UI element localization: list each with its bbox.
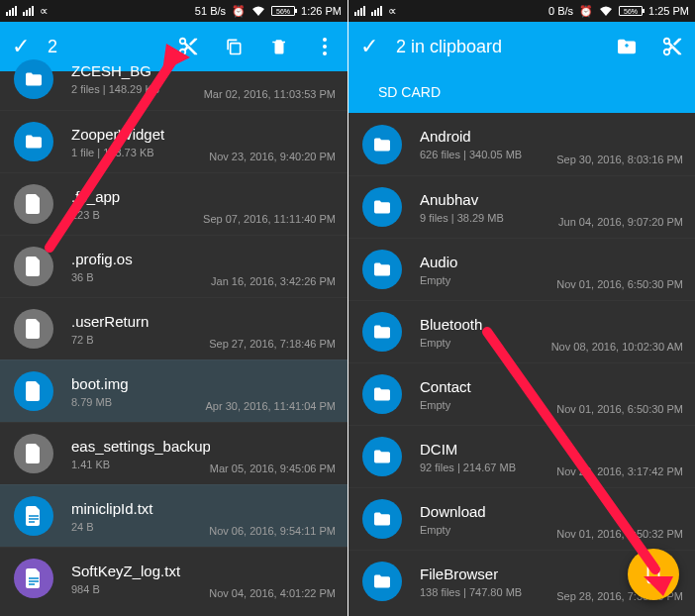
folder-name: FileBrowser xyxy=(420,565,556,582)
folder-item[interactable]: DCIM92 files | 214.67 MBNov 23, 2016, 3:… xyxy=(348,425,695,487)
folder-item[interactable]: ContactEmptyNov 01, 2016, 6:50:30 PM xyxy=(348,362,695,425)
folder-icon xyxy=(362,499,402,539)
file-date: Nov 23, 2016, 9:40:20 PM xyxy=(209,151,336,162)
left-screenshot: ∝ 51 B/s ⏰ 56% 1:26 PM ✓ 2 xyxy=(0,0,348,616)
file-name: .fc_app xyxy=(71,188,203,205)
folder-date: Nov 08, 2016, 10:02:30 AM xyxy=(551,341,683,353)
folder-subtext: Empty xyxy=(420,274,556,286)
folder-subtext: Empty xyxy=(420,337,551,349)
clock: 1:26 PM xyxy=(301,5,342,17)
file-name: boot.img xyxy=(71,375,206,392)
paste-fab[interactable] xyxy=(628,549,679,600)
file-date: Mar 05, 2016, 9:45:06 PM xyxy=(210,462,336,474)
file-name: ZooperWidget xyxy=(71,126,209,143)
file-item[interactable]: eas_settings_backup1.41 KBMar 05, 2016, … xyxy=(0,422,348,484)
folder-date: Nov 23, 2016, 3:17:42 PM xyxy=(556,465,683,477)
clock: 1:25 PM xyxy=(648,5,689,17)
file-item[interactable]: miniclipId.txt24 BNov 06, 2016, 9:54:11 … xyxy=(0,484,348,547)
file-item[interactable]: SoftKeyZ_log.txt984 BNov 04, 2016, 4:01:… xyxy=(0,547,348,609)
folder-name: Anubhav xyxy=(420,191,558,208)
new-folder-icon[interactable] xyxy=(616,36,638,57)
breadcrumb-label: SD CARD xyxy=(378,84,441,100)
file-icon xyxy=(14,434,53,473)
file-subtext: 1 file | 123.73 KB xyxy=(71,147,209,158)
battery-icon: 56% xyxy=(619,6,643,16)
folder-date: Jun 04, 2016, 9:07:20 PM xyxy=(558,216,683,228)
folder-date: Nov 01, 2016, 6:50:30 PM xyxy=(556,278,683,290)
svg-rect-0 xyxy=(231,44,241,54)
folder-date: Nov 01, 2016, 6:50:32 PM xyxy=(556,528,683,540)
clipboard-icon xyxy=(643,563,664,586)
folder-date: Nov 01, 2016, 6:50:30 PM xyxy=(556,403,683,415)
folder-item[interactable]: Android626 files | 340.05 MBSep 30, 2016… xyxy=(348,113,695,175)
file-subtext: 72 B xyxy=(71,334,209,346)
folder-subtext: Empty xyxy=(420,399,556,411)
file-icon xyxy=(14,184,53,224)
file-icon xyxy=(14,247,53,286)
signal-icon xyxy=(371,6,382,16)
folder-name: Bluetooth xyxy=(420,316,551,333)
folder-name: DCIM xyxy=(420,441,556,458)
file-item[interactable]: ZooperWidget1 file | 123.73 KBNov 23, 20… xyxy=(0,110,348,172)
signal-icon xyxy=(23,6,34,16)
file-icon xyxy=(14,559,53,598)
file-name: .profig.os xyxy=(71,251,211,267)
net-speed: 0 B/s xyxy=(548,5,573,17)
signal-icon xyxy=(354,6,365,16)
battery-icon: 56% xyxy=(271,6,295,16)
folder-date: Sep 30, 2016, 8:03:16 PM xyxy=(556,154,683,165)
done-icon[interactable]: ✓ xyxy=(12,34,30,59)
folder-item[interactable]: Anubhav9 files | 38.29 MBJun 04, 2016, 9… xyxy=(348,175,695,238)
file-item[interactable]: ZCESH_BG2 files | 148.29 KBMar 02, 2016,… xyxy=(0,59,348,110)
more-icon[interactable] xyxy=(314,36,336,57)
selection-count: 2 xyxy=(48,37,57,57)
folder-list[interactable]: Android626 files | 340.05 MBSep 30, 2016… xyxy=(348,113,695,616)
folder-icon xyxy=(362,250,402,289)
breadcrumb-tab[interactable]: SD CARD xyxy=(348,71,695,113)
cut-icon[interactable] xyxy=(177,36,199,57)
folder-name: Download xyxy=(420,503,556,520)
folder-subtext: Empty xyxy=(420,524,556,536)
folder-icon xyxy=(362,125,402,164)
file-date: Sep 07, 2016, 11:11:40 PM xyxy=(203,213,336,225)
folder-item[interactable]: AudioEmptyNov 01, 2016, 6:50:30 PM xyxy=(348,238,695,300)
done-icon[interactable]: ✓ xyxy=(360,34,378,59)
file-name: SoftKeyZ_log.txt xyxy=(71,563,209,579)
file-date: Nov 06, 2016, 9:54:11 PM xyxy=(209,525,336,537)
folder-item[interactable]: BluetoothEmptyNov 08, 2016, 10:02:30 AM xyxy=(348,300,695,362)
fish-icon: ∝ xyxy=(388,4,397,18)
file-icon xyxy=(14,371,53,411)
alarm-icon: ⏰ xyxy=(579,5,593,18)
file-subtext: 8.79 MB xyxy=(71,396,206,408)
copy-icon[interactable] xyxy=(223,36,245,57)
folder-subtext: 138 files | 747.80 MB xyxy=(420,586,556,598)
file-item[interactable]: .fc_app223 BSep 07, 2016, 11:11:40 PM xyxy=(0,172,348,235)
file-item[interactable]: boot.img8.79 MBApr 30, 2016, 11:41:04 PM xyxy=(0,359,348,422)
svg-point-3 xyxy=(323,51,327,55)
file-item[interactable]: .profig.os36 BJan 16, 2016, 3:42:26 PM xyxy=(0,235,348,297)
signal-icon xyxy=(6,6,17,16)
folder-icon xyxy=(362,562,402,601)
file-subtext: 984 B xyxy=(71,583,209,595)
delete-icon[interactable] xyxy=(268,36,290,57)
net-speed: 51 B/s xyxy=(195,5,226,17)
cut-icon[interactable] xyxy=(661,36,683,57)
folder-subtext: 9 files | 38.29 MB xyxy=(420,212,558,224)
alarm-icon: ⏰ xyxy=(232,5,246,18)
folder-icon xyxy=(362,437,402,476)
status-bar: ∝ 51 B/s ⏰ 56% 1:26 PM xyxy=(0,0,348,22)
file-date: Jan 16, 2016, 3:42:26 PM xyxy=(211,275,336,287)
folder-icon xyxy=(14,59,53,99)
folder-icon xyxy=(362,187,402,227)
folder-subtext: 92 files | 214.67 MB xyxy=(420,462,556,473)
wifi-icon xyxy=(599,6,613,16)
file-date: Apr 30, 2016, 11:41:04 PM xyxy=(206,400,336,412)
right-screenshot: ∝ 0 B/s ⏰ 56% 1:25 PM ✓ 2 in clipboard S… xyxy=(348,0,695,616)
file-item[interactable]: .userReturn72 BSep 27, 2016, 7:18:46 PM xyxy=(0,297,348,359)
file-list[interactable]: ZCESH_BG2 files | 148.29 KBMar 02, 2016,… xyxy=(0,59,348,616)
folder-item[interactable]: DownloadEmptyNov 01, 2016, 6:50:32 PM xyxy=(348,487,695,550)
file-name: ZCESH_BG xyxy=(71,62,204,79)
file-name: miniclipId.txt xyxy=(71,500,209,517)
file-icon xyxy=(14,496,53,536)
file-subtext: 1.41 KB xyxy=(71,459,210,470)
